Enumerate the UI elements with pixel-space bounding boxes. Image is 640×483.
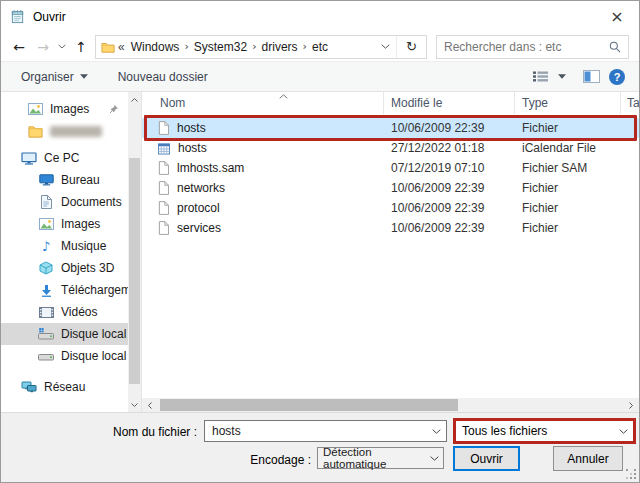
sidebar-item-images-pinned[interactable]: Images <box>1 98 128 120</box>
file-row-lmhosts[interactable]: lmhosts.sam 07/12/2019 07:10 Fichier SAM <box>142 158 639 178</box>
organise-menu-button[interactable]: Organiser <box>21 70 88 84</box>
sidebar-item-documents[interactable]: Documents <box>1 191 128 213</box>
search-placeholder: Rechercher dans : etc <box>444 40 561 54</box>
scroll-up-icon[interactable] <box>128 93 141 106</box>
filename-input[interactable]: hosts <box>204 420 447 442</box>
scroll-left-icon[interactable] <box>142 398 158 412</box>
command-toolbar: Organiser Nouveau dossier <box>1 61 639 92</box>
column-header-type[interactable]: Type <box>515 92 621 114</box>
address-breadcrumb-bar[interactable]: « Windows › System32 › drivers › etc ↻ <box>95 35 427 59</box>
column-header-modifie-le[interactable]: Modifié le <box>384 92 515 114</box>
sidebar-item-disque-c[interactable]: Disque local (C:) <box>1 323 128 345</box>
address-bar-row: ← → ↑ « Windows › System32 › drivers › e… <box>1 32 639 61</box>
column-header-nom[interactable]: Nom <box>142 92 384 114</box>
encoding-value: Détection automatique <box>323 446 425 470</box>
filter-dropdown-chevron-icon[interactable] <box>613 429 633 434</box>
notepad-icon <box>10 9 25 24</box>
column-header-taille[interactable]: Taille <box>621 92 639 114</box>
search-icon[interactable] <box>609 41 621 53</box>
download-arrow-icon <box>38 284 54 297</box>
organise-label: Organiser <box>21 70 74 84</box>
scroll-down-icon[interactable] <box>128 398 141 411</box>
sidebar-item-label: Disque local (D:) <box>61 349 128 363</box>
sidebar-item-label: Bureau <box>61 173 100 187</box>
sidebar-item-videos[interactable]: Vidéos <box>1 301 128 323</box>
computer-icon <box>21 152 37 165</box>
file-type: Fichier <box>515 221 621 235</box>
file-icon <box>158 221 169 235</box>
encoding-dropdown[interactable]: Détection automatique <box>317 447 444 469</box>
file-name: lmhosts.sam <box>177 161 244 175</box>
file-row-networks[interactable]: networks 10/06/2009 22:39 Fichier <box>142 178 639 198</box>
breadcrumb-segment[interactable]: drivers <box>258 40 302 54</box>
file-name: hosts <box>178 141 207 155</box>
file-name: services <box>177 221 221 235</box>
sidebar-item-redacted-folder[interactable] <box>1 120 128 142</box>
filename-dropdown-chevron-icon[interactable] <box>426 429 446 434</box>
file-type-filter-dropdown[interactable]: Tous les fichiers <box>453 418 636 444</box>
search-input[interactable]: Rechercher dans : etc <box>436 35 629 59</box>
cancel-button[interactable]: Annuler <box>553 446 623 471</box>
sidebar-scrollbar[interactable] <box>128 92 141 412</box>
sidebar-item-telechargements[interactable]: Téléchargements <box>1 279 128 301</box>
sidebar-item-label: Vidéos <box>61 305 97 319</box>
recent-locations-chevron-icon[interactable] <box>55 35 69 59</box>
open-button[interactable]: Ouvrir <box>453 446 520 471</box>
up-button[interactable]: ↑ <box>69 35 93 59</box>
file-modified: 10/06/2009 22:39 <box>384 181 515 195</box>
back-button[interactable]: ← <box>7 35 31 59</box>
file-name: hosts <box>177 121 206 135</box>
horizontal-scrollbar-thumb[interactable] <box>160 399 458 411</box>
sidebar-item-label: Objets 3D <box>61 261 114 275</box>
pictures-icon <box>38 218 54 230</box>
sidebar-item-ce-pc[interactable]: Ce PC <box>1 147 128 169</box>
breadcrumb-segment[interactable]: etc <box>308 40 332 54</box>
file-icon <box>158 121 169 135</box>
cube-3d-icon <box>38 261 54 275</box>
sidebar-item-reseau[interactable]: Réseau <box>1 376 128 398</box>
calendar-icon <box>158 142 170 155</box>
open-file-dialog: Ouvrir × ← → ↑ « Windows › System32 › dr… <box>0 0 640 483</box>
encoding-dropdown-chevron-icon[interactable] <box>425 456 443 461</box>
forward-button[interactable]: → <box>31 35 55 59</box>
horizontal-scrollbar[interactable] <box>142 398 639 412</box>
view-mode-chevron-icon[interactable] <box>558 74 566 79</box>
sidebar-item-label: Musique <box>61 239 106 253</box>
file-modified: 10/06/2009 22:39 <box>384 201 515 215</box>
file-row-services[interactable]: services 10/06/2009 22:39 Fichier <box>142 218 639 238</box>
refresh-button[interactable]: ↻ <box>396 36 426 58</box>
file-rows: hosts 10/06/2009 22:39 Fichier hosts 27/… <box>142 114 639 238</box>
close-button[interactable]: × <box>595 1 639 32</box>
sidebar-item-bureau[interactable]: Bureau <box>1 169 128 191</box>
file-row-hosts-ical[interactable]: hosts 27/12/2022 01:18 iCalendar File <box>142 138 639 158</box>
sidebar-item-musique[interactable]: ♪ Musique <box>1 235 128 257</box>
scroll-right-icon[interactable] <box>623 398 639 412</box>
sidebar-item-images[interactable]: Images <box>1 213 128 235</box>
sidebar-item-objets-3d[interactable]: Objets 3D <box>1 257 128 279</box>
encoding-label: Encodage : <box>1 453 311 467</box>
music-note-icon: ♪ <box>38 239 54 254</box>
help-icon[interactable]: ? <box>609 69 625 85</box>
breadcrumb-segment[interactable]: System32 <box>190 40 251 54</box>
file-list: Nom Modifié le Type Taille hosts 10/06/2… <box>142 92 639 412</box>
breadcrumb-overflow[interactable]: « <box>117 40 127 54</box>
view-mode-icon[interactable] <box>532 70 549 83</box>
file-type: iCalendar File <box>515 141 621 155</box>
breadcrumb-segment[interactable]: Windows <box>127 40 184 54</box>
sidebar-scrollbar-thumb[interactable] <box>129 158 140 384</box>
main-area: Images Ce PC Bur <box>1 92 639 412</box>
address-dropdown-chevron-icon[interactable] <box>374 44 396 49</box>
sort-ascending-icon <box>279 94 288 99</box>
file-modified: 10/06/2009 22:39 <box>384 121 515 135</box>
folder-icon <box>27 125 43 138</box>
redacted-folder-name <box>50 126 102 137</box>
preview-pane-icon[interactable] <box>583 70 600 83</box>
file-modified: 27/12/2022 01:18 <box>384 141 515 155</box>
file-row-hosts[interactable]: hosts 10/06/2009 22:39 Fichier <box>142 118 639 138</box>
resize-grip[interactable] <box>626 469 636 479</box>
file-row-protocol[interactable]: protocol 10/06/2009 22:39 Fichier <box>142 198 639 218</box>
horizontal-scrollbar-track[interactable] <box>158 398 623 412</box>
disk-icon <box>38 350 54 362</box>
sidebar-item-disque-d[interactable]: Disque local (D:) <box>1 345 128 367</box>
new-folder-button[interactable]: Nouveau dossier <box>118 70 208 84</box>
